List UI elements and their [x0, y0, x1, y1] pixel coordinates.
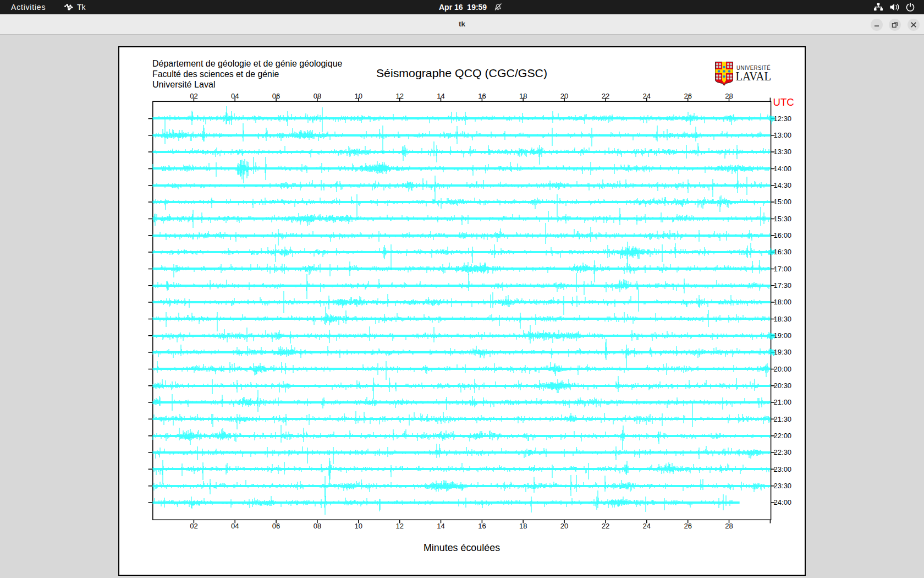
svg-text:04: 04: [231, 92, 239, 100]
svg-text:Université Laval: Université Laval: [152, 79, 216, 89]
svg-text:Faculté des sciences et de gén: Faculté des sciences et de génie: [152, 69, 279, 79]
svg-text:Séismographe QCQ (CGC/GSC): Séismographe QCQ (CGC/GSC): [376, 67, 547, 79]
svg-text:06: 06: [272, 92, 280, 100]
svg-text:28: 28: [725, 522, 733, 530]
svg-text:18: 18: [519, 92, 527, 100]
svg-text:14:00: 14:00: [774, 165, 792, 173]
svg-text:20: 20: [560, 522, 568, 530]
svg-text:17:00: 17:00: [774, 265, 792, 273]
svg-text:16:30: 16:30: [774, 248, 792, 256]
svg-text:18:00: 18:00: [774, 298, 792, 306]
svg-text:12: 12: [395, 92, 403, 100]
svg-text:13:00: 13:00: [774, 132, 792, 139]
svg-text:Département de géologie et de: Département de géologie et de génie géol…: [152, 58, 343, 68]
svg-text:19:00: 19:00: [774, 332, 792, 340]
svg-text:15:00: 15:00: [774, 198, 792, 206]
svg-text:13:30: 13:30: [774, 148, 792, 156]
svg-text:16: 16: [478, 92, 486, 100]
svg-text:Minutes écoulées: Minutes écoulées: [424, 542, 500, 553]
svg-text:14:30: 14:30: [774, 182, 792, 189]
svg-text:04: 04: [231, 522, 239, 530]
svg-text:23:00: 23:00: [774, 466, 792, 473]
svg-text:20: 20: [560, 92, 568, 100]
svg-text:24:00: 24:00: [774, 499, 792, 506]
svg-text:15:30: 15:30: [774, 215, 792, 223]
svg-text:17:30: 17:30: [774, 282, 792, 290]
svg-text:08: 08: [314, 522, 321, 530]
svg-text:02: 02: [190, 522, 197, 530]
svg-text:16:00: 16:00: [774, 232, 792, 239]
svg-text:10: 10: [355, 522, 362, 530]
svg-text:19:30: 19:30: [774, 348, 792, 356]
svg-text:22: 22: [602, 522, 609, 530]
svg-text:LAVAL: LAVAL: [736, 69, 772, 83]
svg-text:02: 02: [190, 92, 197, 100]
svg-text:24: 24: [643, 522, 651, 530]
svg-text:22:30: 22:30: [774, 449, 792, 456]
svg-text:18: 18: [519, 522, 527, 530]
svg-text:08: 08: [314, 92, 321, 100]
svg-text:22:00: 22:00: [774, 432, 792, 440]
svg-text:06: 06: [272, 522, 280, 530]
svg-text:UTC: UTC: [773, 96, 794, 108]
svg-text:23:30: 23:30: [774, 482, 792, 490]
svg-text:22: 22: [602, 92, 609, 100]
svg-text:16: 16: [478, 522, 486, 530]
svg-text:20:30: 20:30: [774, 382, 792, 390]
svg-text:12: 12: [395, 522, 403, 530]
svg-text:21:00: 21:00: [774, 399, 792, 406]
svg-text:26: 26: [684, 522, 691, 530]
svg-text:21:30: 21:30: [774, 416, 792, 423]
svg-text:12:30: 12:30: [774, 115, 792, 123]
svg-text:14: 14: [437, 522, 444, 530]
svg-text:24: 24: [643, 92, 651, 100]
svg-text:18:30: 18:30: [774, 315, 792, 323]
svg-text:10: 10: [355, 92, 362, 100]
svg-text:28: 28: [725, 92, 733, 100]
svg-text:14: 14: [437, 92, 444, 100]
svg-text:26: 26: [684, 92, 691, 100]
svg-text:20:00: 20:00: [774, 366, 792, 373]
